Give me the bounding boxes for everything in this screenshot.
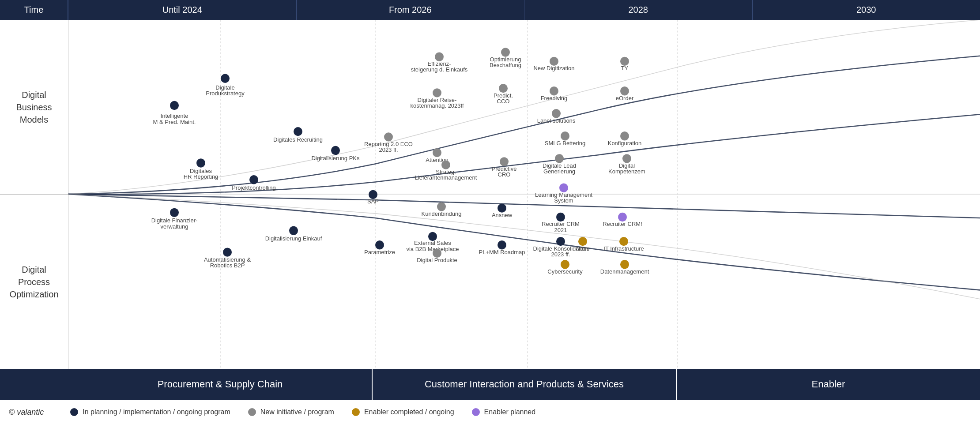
valantic-logo: © valantic [9, 408, 44, 417]
svg-point-47 [433, 148, 441, 157]
svg-text:via B2B Marketplace: via B2B Marketplace [406, 245, 459, 252]
svg-point-23 [289, 226, 298, 235]
svg-text:M & Pred. Maint.: M & Pred. Maint. [153, 119, 196, 125]
header-col2: From 2026 [297, 0, 525, 20]
cat-enabler: Enabler [677, 369, 980, 400]
svg-point-66 [550, 57, 558, 66]
legend-in-planning: In planning / implementation / ongoing p… [70, 408, 230, 416]
svg-text:System: System [554, 197, 573, 204]
svg-text:Projektcontrolling: Projektcontrolling [232, 184, 276, 191]
svg-point-41 [433, 88, 441, 97]
cat-procurement: Procurement & Supply Chain [68, 369, 373, 400]
svg-text:IT Infrastructure: IT Infrastructure [603, 245, 644, 251]
svg-point-28 [369, 190, 377, 199]
legend-label-in-planning: In planning / implementation / ongoing p… [83, 408, 230, 416]
categories-bar: Procurement & Supply Chain Customer Inte… [0, 369, 980, 400]
svg-point-49 [437, 202, 446, 211]
svg-text:Produkstrategy: Produkstrategy [206, 90, 245, 97]
svg-point-89 [618, 213, 627, 221]
svg-point-44 [499, 84, 508, 93]
svg-point-99 [578, 237, 587, 246]
svg-point-32 [384, 132, 393, 141]
svg-point-72 [561, 131, 569, 140]
legend-enabler-completed: Enabler completed / ongoing [352, 408, 454, 416]
svg-text:SMLG Bettering: SMLG Bettering [545, 140, 585, 146]
svg-point-35 [435, 52, 444, 61]
svg-point-79 [620, 86, 629, 95]
content-area: DigitalBusinessModels DigitalProcessOpti… [0, 20, 980, 369]
chart-svg: Intelligente M & Pred. Maint. Digitale P… [68, 20, 980, 369]
svg-point-97 [561, 260, 569, 269]
svg-point-74 [555, 154, 564, 163]
svg-text:Kundenbindung: Kundenbindung [421, 210, 461, 217]
svg-text:verwaltung: verwaltung [161, 223, 188, 229]
svg-point-94 [556, 237, 565, 246]
cat-spacer [0, 369, 68, 400]
svg-text:Lieferantenmanagement: Lieferantenmanagement [415, 174, 477, 181]
label-digital-process-optimization: DigitalProcessOptimization [0, 195, 68, 369]
svg-text:Digitales Recruiting: Digitales Recruiting [273, 136, 323, 143]
chart-area: Intelligente M & Pred. Maint. Digitale P… [68, 20, 980, 369]
svg-text:2023 ff.: 2023 ff. [551, 251, 570, 258]
svg-point-77 [620, 57, 629, 66]
svg-point-8 [221, 74, 230, 83]
svg-point-54 [433, 248, 441, 257]
svg-text:Freediving: Freediving [541, 95, 568, 101]
svg-text:Digitalisierung Einkauf: Digitalisierung Einkauf [265, 235, 322, 242]
svg-point-101 [619, 237, 628, 246]
svg-text:PL+MM Roadmap: PL+MM Roadmap [479, 249, 525, 255]
svg-point-103 [620, 260, 629, 269]
svg-text:Neos: Neos [576, 245, 590, 251]
svg-point-68 [550, 86, 558, 95]
header-col3: 2028 [524, 0, 753, 20]
svg-text:2021: 2021 [554, 227, 567, 233]
legend-dot-purple [472, 408, 480, 416]
svg-text:SAP: SAP [367, 198, 379, 205]
svg-point-18 [249, 175, 258, 184]
legend-new-initiative: New initiative / program [248, 408, 334, 416]
svg-text:Datenmanagement: Datenmanagement [600, 268, 649, 275]
svg-point-86 [559, 183, 568, 192]
svg-point-91 [556, 213, 565, 221]
main-container: Time Until 2024 From 2026 2028 2030 Digi… [0, 0, 980, 424]
header-col4: 2030 [753, 0, 980, 20]
legend-label-enabler-completed: Enabler completed / ongoing [364, 408, 454, 416]
header-col1: Until 2024 [68, 0, 297, 20]
legend-label-new-initiative: New initiative / program [260, 408, 334, 416]
svg-text:Generierung: Generierung [543, 168, 575, 175]
header-time: Time [0, 0, 68, 20]
svg-text:2023 ff.: 2023 ff. [379, 146, 398, 153]
svg-text:Kompetenzem: Kompetenzem [608, 168, 645, 175]
svg-point-5 [170, 101, 179, 110]
legend-dot-blue [70, 408, 78, 416]
svg-point-83 [622, 154, 631, 163]
svg-point-59 [500, 157, 509, 166]
cat-customer: Customer Interaction and Products & Serv… [373, 369, 677, 400]
svg-point-30 [375, 240, 384, 249]
left-labels: DigitalBusinessModels DigitalProcessOpti… [0, 20, 68, 369]
svg-text:Label solutions: Label solutions [537, 117, 576, 124]
svg-text:kostenmanag. 2023ff: kostenmanag. 2023ff [410, 102, 464, 109]
svg-text:Robotics B2P: Robotics B2P [210, 262, 245, 269]
legend-label-enabler-planned: Enabler planned [484, 408, 536, 416]
svg-text:Konfiguration: Konfiguration [608, 140, 642, 146]
svg-point-15 [196, 158, 205, 167]
svg-text:HR Reporting: HR Reporting [184, 173, 219, 180]
svg-point-25 [223, 248, 232, 256]
svg-point-13 [331, 146, 340, 155]
svg-text:Digitalisierung PKs: Digitalisierung PKs [311, 155, 359, 161]
svg-text:New Digitization: New Digitization [533, 65, 574, 71]
svg-text:eOrder: eOrder [616, 95, 634, 101]
svg-point-62 [498, 203, 506, 212]
svg-point-38 [501, 48, 510, 56]
svg-point-56 [441, 160, 450, 169]
label-digital-business-models: DigitalBusinessModels [0, 20, 68, 195]
svg-point-64 [498, 240, 506, 249]
svg-text:CCO: CCO [497, 98, 510, 105]
svg-point-20 [170, 208, 179, 217]
svg-text:Digital Produkte: Digital Produkte [417, 257, 457, 263]
legend-enabler-planned: Enabler planned [472, 408, 536, 416]
svg-text:Parametrize: Parametrize [364, 249, 395, 255]
svg-point-11 [294, 127, 302, 136]
svg-text:CRO: CRO [498, 171, 511, 178]
